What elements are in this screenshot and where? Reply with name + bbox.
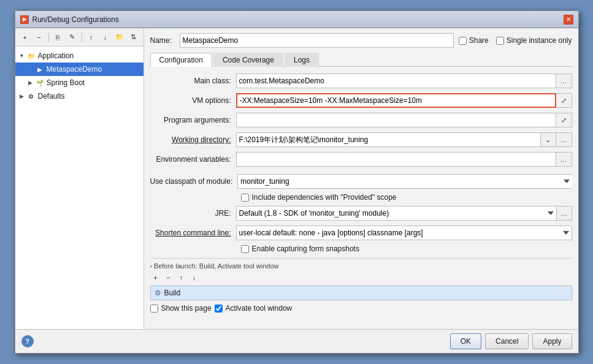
shorten-cmd-select[interactable]: user-local default: none - java [options… [236,226,572,240]
jre-row: JRE: Default (1.8 - SDK of 'monitor_tuni… [150,205,572,221]
ok-button[interactable]: OK [450,333,481,349]
shorten-cmd-row: Shorten command line: user-local default… [150,225,572,241]
working-dir-browse-button[interactable]: ⌄ [540,132,556,147]
tree-label-springboot: Spring Boot [47,78,85,87]
main-class-browse-button[interactable]: … [556,74,572,88]
main-class-row: Main class: … [150,73,572,89]
jre-browse-button[interactable]: … [556,206,572,221]
tree-label-metaspacedemo: MetaspaceDemo [47,65,102,74]
include-deps-checkbox[interactable] [241,194,249,202]
before-launch-title-text: Before launch: Build, Activate tool wind… [154,262,279,270]
name-options: Share Single instance only [459,36,572,45]
expand-springboot-icon: ▶ [26,78,35,87]
build-item-label: Build [164,289,181,297]
tree-label-defaults: Defaults [38,92,65,100]
before-launch-section: ▪ Before launch: Build, Activate tool wi… [150,258,572,300]
program-args-expand-button[interactable]: ⤢ [556,113,572,127]
toolbar-separator [48,32,49,42]
run-config-icon: ▶ [35,64,45,74]
tab-code-coverage[interactable]: Code Coverage [213,53,283,67]
vm-options-label: VM options: [150,96,236,105]
bl-move-up-button[interactable]: ↑ [176,272,187,283]
show-page-checkbox[interactable] [150,305,158,313]
name-label: Name: [150,36,175,45]
tree-item-springboot[interactable]: ▶ 🌱 Spring Boot [15,76,143,89]
form-area: Main class: … VM options: ⤢ Program argu… [150,73,572,329]
main-class-input[interactable] [236,74,556,88]
application-icon: 📁 [26,51,36,61]
shorten-cmd-label: Shorten command line: [150,229,236,237]
build-icon: ⚙ [155,289,161,297]
show-page-label: Show this page [161,304,212,313]
title-bar: ▶ Run/Debug Configurations ✕ [15,11,578,28]
program-args-label: Program arguments: [150,116,236,124]
tree-item-defaults[interactable]: ▶ ⚙ Defaults [15,89,143,103]
tree-item-metaspacedemo[interactable]: ▶ MetaspaceDemo [15,63,143,76]
tabs-bar: Configuration Code Coverage Logs [150,53,572,67]
run-debug-dialog: ▶ Run/Debug Configurations ✕ + − ⎘ ✎ ↑ ↓… [15,10,579,354]
name-input[interactable] [180,33,454,48]
bl-move-down-button[interactable]: ↓ [189,272,200,283]
working-dir-folder-button[interactable]: … [556,132,572,147]
jre-select[interactable]: Default (1.8 - SDK of 'monitor_tuning' m… [236,206,556,221]
before-launch-toolbar: + − ↑ ↓ [150,272,572,283]
working-dir-container: ⌄ [236,132,556,147]
include-deps-label: Include dependencies with "Provided" sco… [252,193,397,202]
config-tree: ▼ 📁 Application ▶ MetaspaceDemo ▶ 🌱 Spri… [15,47,143,329]
program-args-row: Program arguments: ⤢ [150,112,572,128]
add-config-button[interactable]: + [19,31,31,44]
show-page-row: Show this page Activate tool window [150,304,572,313]
tab-logs[interactable]: Logs [285,53,319,67]
dialog-icon: ▶ [20,15,29,24]
single-instance-label: Single instance only [507,36,572,45]
env-vars-row: Environment variables: … [150,151,572,167]
right-panel: Name: Share Single instance only Configu… [144,28,578,329]
remove-config-button[interactable]: − [33,31,45,44]
classpath-module-container: monitor_tuning [237,174,572,189]
main-content: + − ⎘ ✎ ↑ ↓ 📁 ⇅ ▼ 📁 Application [15,28,578,329]
env-vars-input[interactable] [236,152,556,167]
move-up-button[interactable]: ↑ [85,31,98,44]
single-instance-checkbox-label[interactable]: Single instance only [496,36,572,45]
apply-button[interactable]: Apply [532,333,572,349]
close-button[interactable]: ✕ [564,15,573,25]
expand-defaults-icon: ▶ [18,92,26,100]
expand-application-icon: ▼ [18,51,26,60]
share-checkbox[interactable] [459,37,467,45]
include-deps-row: Include dependencies with "Provided" sco… [241,193,572,202]
classpath-module-select[interactable]: monitor_tuning [237,174,572,189]
move-down-button[interactable]: ↓ [99,31,112,44]
enable-snapshots-row: Enable capturing form snapshots [241,245,572,253]
bl-add-button[interactable]: + [150,272,161,283]
tab-configuration[interactable]: Configuration [150,53,212,67]
program-args-input[interactable] [236,113,556,127]
springboot-icon: 🌱 [35,78,45,88]
main-class-label: Main class: [150,77,236,85]
sort-button[interactable]: ⇅ [128,31,140,44]
activate-window-checkbox[interactable] [215,305,223,313]
vm-options-input[interactable] [236,93,556,108]
bottom-bar: ? OK Cancel Apply [15,329,578,353]
expand-metaspacedemo-icon [26,65,35,74]
title-bar-left: ▶ Run/Debug Configurations [20,15,119,24]
dialog-title: Run/Debug Configurations [33,15,119,24]
tree-item-application[interactable]: ▼ 📁 Application [15,49,143,63]
share-checkbox-label[interactable]: Share [459,36,489,45]
single-instance-checkbox[interactable] [496,37,504,45]
env-vars-browse-button[interactable]: … [556,152,572,167]
activate-window-label: Activate tool window [226,304,293,313]
share-label: Share [469,36,489,45]
enable-snapshots-checkbox[interactable] [241,245,249,253]
build-item: ⚙ Build [150,286,572,300]
cancel-button[interactable]: Cancel [485,333,529,349]
copy-config-button[interactable]: ⎘ [52,31,64,44]
tree-label-application: Application [38,51,74,60]
folder-button[interactable]: 📁 [113,31,126,44]
working-dir-input[interactable] [236,132,540,147]
help-button[interactable]: ? [21,335,34,347]
edit-config-button[interactable]: ✎ [66,31,78,44]
name-row: Name: Share Single instance only [150,33,572,48]
bl-remove-button[interactable]: − [163,272,174,283]
sidebar-toolbar: + − ⎘ ✎ ↑ ↓ 📁 ⇅ [15,28,143,47]
vm-options-expand-button[interactable]: ⤢ [556,93,572,108]
